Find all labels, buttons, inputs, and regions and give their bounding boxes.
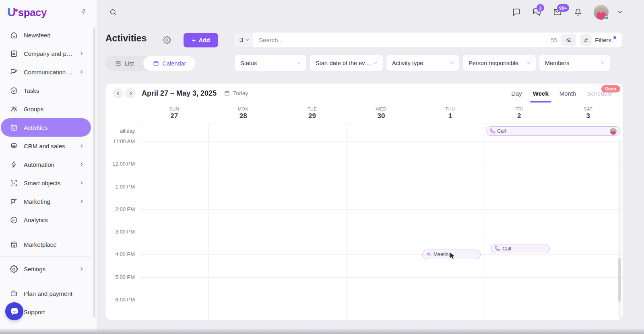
sidebar-item-marketing[interactable]: Marketing xyxy=(1,192,91,211)
day-number: 3 xyxy=(586,112,590,120)
chats-badge: 3 xyxy=(537,4,544,12)
user-menu-chevron-icon[interactable] xyxy=(616,8,624,16)
chats-icon[interactable]: 3 xyxy=(532,7,542,17)
all-day-cell[interactable] xyxy=(347,123,415,139)
hour-grid-line xyxy=(140,187,623,187)
time-label: 6:00 PM xyxy=(105,297,135,303)
filter-status[interactable]: Status xyxy=(235,55,306,71)
sidebar-item-company-and-pe[interactable]: Company and pe... xyxy=(1,44,91,63)
view-tab-month[interactable]: Month xyxy=(559,90,576,97)
time-label: 3:00 PM xyxy=(105,229,135,235)
next-week-button[interactable] xyxy=(125,88,136,98)
all-day-cell[interactable] xyxy=(278,123,347,139)
sidebar-item-activities[interactable]: Activities xyxy=(1,118,91,137)
notifications-bell-icon[interactable] xyxy=(573,7,583,17)
uspacy-logo[interactable]: Uspacy xyxy=(7,6,47,18)
filter-start-date-of-the-eve[interactable]: Start date of the eve... xyxy=(310,55,383,71)
logo-dot xyxy=(15,9,18,12)
all-day-cell[interactable] xyxy=(416,123,485,139)
marketplace-icon xyxy=(10,240,18,249)
page-title: Activities xyxy=(105,33,147,44)
list-view-tab[interactable]: List xyxy=(105,56,143,71)
filter-row: StatusStart date of the eve...Activity t… xyxy=(235,55,610,71)
filter-members[interactable]: Members xyxy=(539,55,610,71)
sidebar-item-communication[interactable]: Communication ... xyxy=(1,63,91,81)
active-filters-dot xyxy=(613,36,616,39)
pin-sidebar-icon[interactable] xyxy=(80,8,88,16)
settings-icon xyxy=(10,265,18,273)
column-grid-line xyxy=(140,139,140,320)
chevron-down-icon xyxy=(296,60,302,66)
sidebar-item-crm-and-sales[interactable]: CRM and sales xyxy=(1,137,91,155)
hour-grid-line xyxy=(140,254,623,255)
day-number: 29 xyxy=(308,112,316,120)
day-header-sat: SAT3 xyxy=(554,103,623,123)
today-button[interactable]: Today xyxy=(221,90,250,97)
main-content: Activities + Add 55 Filters xyxy=(97,24,644,334)
mail-icon[interactable]: 99+ xyxy=(553,7,562,17)
day-header-fri: FRI2 xyxy=(485,103,553,123)
company-icon xyxy=(10,49,18,58)
search-input[interactable] xyxy=(253,37,551,43)
all-day-cell[interactable] xyxy=(140,123,208,139)
sidebar-nav: NewsfeedCompany and pe...Communication .… xyxy=(0,26,97,321)
newsfeed-icon xyxy=(10,31,18,39)
sidebar-item-label: Groups xyxy=(24,106,43,113)
sidebar-item-smart-objects[interactable]: Smart objects xyxy=(1,174,91,192)
crm-icon xyxy=(10,142,18,150)
support-chat-button[interactable] xyxy=(5,302,23,320)
logo-wordmark: spacy xyxy=(18,7,47,18)
prev-week-button[interactable] xyxy=(113,88,123,98)
chevron-left-icon xyxy=(116,91,121,96)
filter-activity-type[interactable]: Activity type xyxy=(386,55,459,71)
logo-u-mark: U xyxy=(7,6,16,18)
chevron-right-icon xyxy=(128,91,133,96)
clear-search-button[interactable] xyxy=(561,34,576,46)
calendar-tab-label: Calendar xyxy=(163,60,186,67)
all-day-row: all-day Call xyxy=(105,123,623,139)
sidebar-item-label: Automation xyxy=(24,161,54,168)
sidebar-item-tasks[interactable]: Tasks xyxy=(1,81,91,100)
sidebar-item-settings[interactable]: Settings xyxy=(1,260,91,278)
column-grid-line xyxy=(208,139,209,320)
comment-icon[interactable] xyxy=(512,7,521,17)
view-tab-day[interactable]: Day xyxy=(511,90,522,97)
view-tab-week[interactable]: Week xyxy=(533,90,549,97)
bookmark-icon xyxy=(238,37,244,43)
filter-label: Activity type xyxy=(392,60,423,66)
chevron-right-icon xyxy=(79,69,85,75)
activities-settings-gear-icon[interactable] xyxy=(163,36,171,44)
column-grid-line xyxy=(278,139,278,320)
sidebar-item-plan-and-payment[interactable]: Plan and payment xyxy=(1,284,91,303)
filter-person-responsible[interactable]: Person responsible xyxy=(463,55,536,71)
all-day-cell[interactable] xyxy=(208,123,277,139)
calendar-icon xyxy=(224,90,230,96)
sidebar-item-label: Smart objects xyxy=(24,180,61,186)
sidebar-item-analytics[interactable]: Analytics xyxy=(1,211,91,229)
saved-filters-button[interactable] xyxy=(235,33,253,47)
global-search-icon[interactable] xyxy=(109,8,118,16)
tasks-icon xyxy=(10,86,18,95)
day-header-gutter xyxy=(105,103,140,123)
day-header-row: SUN27MON28TUE29WED30THU1FRI2SAT3 xyxy=(105,103,623,123)
sidebar-item-label: CRM and sales xyxy=(24,143,65,150)
user-avatar[interactable] xyxy=(594,5,609,20)
sidebar-item-newsfeed[interactable]: Newsfeed xyxy=(1,26,91,44)
event-call[interactable]: Call xyxy=(491,244,549,253)
sidebar-scrollbar[interactable] xyxy=(93,27,95,318)
calendar-scrollbar-thumb[interactable] xyxy=(618,258,621,302)
sidebar-item-label: Plan and payment xyxy=(24,290,72,297)
column-grid-line xyxy=(347,139,347,320)
calendar-view-tab[interactable]: Calendar xyxy=(143,56,196,71)
sidebar-item-automation[interactable]: Automation xyxy=(1,155,91,174)
day-number: 28 xyxy=(239,112,247,120)
filters-button[interactable]: Filters xyxy=(580,34,622,46)
add-activity-button[interactable]: + Add xyxy=(184,33,218,47)
result-count: 55 xyxy=(551,37,557,43)
all-day-event-call[interactable]: Call xyxy=(486,126,620,136)
sidebar-item-groups[interactable]: Groups xyxy=(1,100,91,118)
calendar-scrollbar[interactable] xyxy=(618,140,621,319)
sidebar-item-marketplace[interactable]: Marketplace xyxy=(1,235,91,254)
all-day-label: all-day xyxy=(120,128,140,134)
sliders-icon xyxy=(583,37,589,43)
